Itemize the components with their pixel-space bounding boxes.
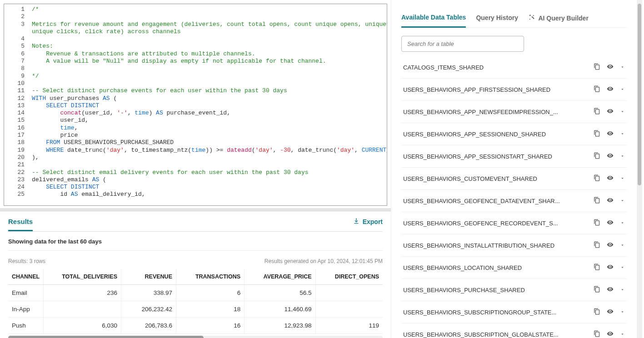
table-actions [594,152,625,160]
table-list-item[interactable]: CATALOGS_ITEMS_SHARED [401,56,627,79]
download-icon [353,218,360,226]
col-total_deliveries[interactable]: TOTAL_DELIVERIES [44,269,121,285]
table-search-box[interactable] [401,36,524,52]
cell: Push [8,318,44,334]
cell: 236 [44,285,121,301]
results-tab[interactable]: Results [8,212,33,231]
chevron-down-icon[interactable] [620,220,625,227]
eye-icon[interactable] [607,63,614,71]
copy-icon[interactable] [594,152,600,160]
results-meta: Results: 3 rows Results generated on Apr… [8,251,383,269]
eye-icon[interactable] [607,174,614,183]
table-list-item[interactable]: USERS_BEHAVIORS_INSTALLATTRIBUTION_SHARE… [401,234,627,257]
copy-icon[interactable] [594,330,600,338]
chevron-down-icon[interactable] [620,131,625,138]
copy-icon[interactable] [594,308,600,316]
tab-ai-query-builder[interactable]: AI Query Builder [528,10,589,27]
results-panel: Results Export Showing data for the last… [0,212,391,338]
copy-icon[interactable] [594,241,600,249]
table-list-item[interactable]: USERS_BEHAVIORS_APP_SESSIONSTART_SHARED [401,145,627,168]
chevron-down-icon[interactable] [620,86,625,93]
tab-ai-label: AI Query Builder [538,15,588,22]
table-actions [594,219,625,227]
table-list-item[interactable]: USERS_BEHAVIORS_APP_FIRSTSESSION_SHARED [401,79,627,101]
table-list-item[interactable]: USERS_BEHAVIORS_APP_SESSIONEND_SHARED [401,123,627,145]
eye-icon[interactable] [607,108,614,116]
chevron-down-icon[interactable] [620,198,625,204]
eye-icon[interactable] [607,197,614,205]
pane-divider[interactable] [0,209,391,211]
search-input[interactable] [407,40,518,47]
table-list-item[interactable]: USERS_BEHAVIORS_SUBSCRIPTION_GLOBALSTATE… [401,323,627,338]
scrollbar-thumb[interactable] [638,4,641,185]
table-name: USERS_BEHAVIORS_SUBSCRIPTION_GLOBALSTATE… [403,331,559,338]
col-transactions[interactable]: TRANSACTIONS [176,269,244,285]
table-actions [594,63,625,71]
eye-icon[interactable] [607,219,614,227]
table-list-item[interactable]: USERS_BEHAVIORS_LOCATION_SHARED [401,257,627,279]
copy-icon[interactable] [594,108,600,116]
col-direct_opens[interactable]: DIRECT_OPENS [315,269,383,285]
copy-icon[interactable] [594,197,600,205]
eye-icon[interactable] [607,85,614,94]
col-channel[interactable]: CHANNEL [8,269,44,285]
table-actions [594,241,625,249]
table-list-item[interactable]: USERS_BEHAVIORS_SUBSCRIPTIONGROUP_STATE.… [401,301,627,323]
right-pane: Available Data Tables Query History AI Q… [391,0,637,338]
cell [315,285,383,301]
table-row: Email236338.97656.5 [8,285,383,301]
cell: 6 [176,285,244,301]
table-actions [594,197,625,205]
cell: 206,232.42 [121,301,176,318]
table-row: In-App206,232.421811,460.69 [8,301,383,318]
table-actions [594,108,625,116]
eye-icon[interactable] [607,330,614,338]
chevron-down-icon[interactable] [620,64,625,71]
col-average_price[interactable]: AVERAGE_PRICE [245,269,315,285]
chevron-down-icon[interactable] [620,331,625,338]
eye-icon[interactable] [607,263,614,272]
eye-icon[interactable] [607,152,614,160]
table-list-item[interactable]: USERS_BEHAVIORS_CUSTOMEVENT_SHARED [401,168,627,190]
copy-icon[interactable] [594,263,600,272]
code-area[interactable]: /* Metrics for revenue amount and engage… [29,4,387,205]
cell: In-App [8,301,44,318]
table-name: USERS_BEHAVIORS_LOCATION_SHARED [403,264,522,271]
results-table: CHANNELTOTAL_DELIVERIESREVENUETRANSACTIO… [8,269,383,334]
copy-icon[interactable] [594,130,600,138]
chevron-down-icon[interactable] [620,287,625,293]
table-name: USERS_BEHAVIORS_SUBSCRIPTIONGROUP_STATE.… [403,309,556,316]
sql-editor[interactable]: 123 456789101112131415161718192021222324… [4,4,387,206]
eye-icon[interactable] [607,308,614,316]
tab-available-tables[interactable]: Available Data Tables [401,10,466,28]
eye-icon[interactable] [607,130,614,138]
copy-icon[interactable] [594,85,600,94]
table-actions [594,174,625,183]
left-pane: 123 456789101112131415161718192021222324… [0,0,391,338]
eye-icon[interactable] [607,241,614,249]
tab-query-history[interactable]: Query History [476,10,518,27]
copy-icon[interactable] [594,63,600,71]
col-revenue[interactable]: REVENUE [121,269,176,285]
table-list-item[interactable]: USERS_BEHAVIORS_GEOFENCE_DATAEVENT_SHAR.… [401,190,627,212]
scrollbar-thumb[interactable] [8,336,204,338]
chevron-down-icon[interactable] [620,175,625,182]
chevron-down-icon[interactable] [620,309,625,316]
chevron-down-icon[interactable] [620,264,625,271]
export-button[interactable]: Export [353,218,383,226]
table-name: USERS_BEHAVIORS_APP_NEWSFEEDIMPRESSION_.… [403,109,558,115]
table-list-item[interactable]: USERS_BEHAVIORS_PURCHASE_SHARED [401,279,627,301]
copy-icon[interactable] [594,219,600,227]
chevron-down-icon[interactable] [620,153,625,160]
horizontal-scrollbar[interactable] [8,336,383,338]
copy-icon[interactable] [594,286,600,294]
chevron-down-icon[interactable] [620,109,625,115]
chevron-down-icon[interactable] [620,242,625,249]
vertical-scrollbar[interactable] [637,0,642,338]
table-list-item[interactable]: USERS_BEHAVIORS_APP_NEWSFEEDIMPRESSION_.… [401,101,627,123]
copy-icon[interactable] [594,174,600,183]
cell [315,301,383,318]
eye-icon[interactable] [607,286,614,294]
table-body: Email236338.97656.5In-App206,232.421811,… [8,285,383,334]
table-list-item[interactable]: USERS_BEHAVIORS_GEOFENCE_RECORDEVENT_S..… [401,212,627,234]
